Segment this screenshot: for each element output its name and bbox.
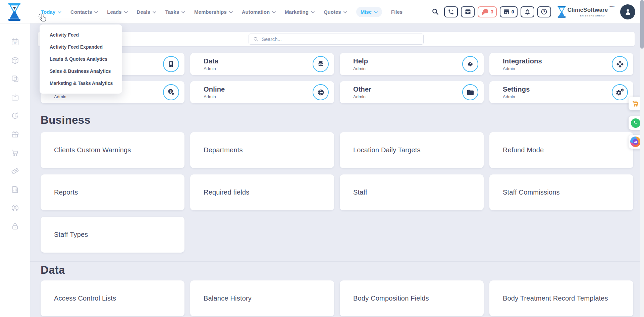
nav-label: Quotes bbox=[324, 9, 341, 15]
nav-item-tasks[interactable]: Tasks bbox=[165, 9, 185, 15]
item-label: Access Control Lists bbox=[54, 295, 116, 302]
cart-icon[interactable] bbox=[11, 148, 19, 157]
top-navigation-bar: Today Contacts Leads Deals Tasks Members… bbox=[0, 0, 644, 23]
item-card-clients-custom-warnings[interactable]: Clients Custom Warnings bbox=[41, 132, 184, 168]
globe-icon bbox=[313, 84, 329, 100]
business-items-grid: Clients Custom Warnings Departments Loca… bbox=[41, 132, 633, 253]
history-icon[interactable] bbox=[11, 111, 19, 120]
notifications-button[interactable] bbox=[521, 6, 534, 17]
building-icon bbox=[163, 56, 179, 72]
lock-icon[interactable] bbox=[11, 222, 19, 231]
item-card-required-fields[interactable]: Required fields bbox=[190, 174, 334, 210]
scrollbar-thumb[interactable] bbox=[640, 0, 644, 49]
item-card-access-control-lists[interactable]: Access Control Lists bbox=[41, 280, 184, 316]
category-card-data[interactable]: Data Admin bbox=[190, 53, 334, 75]
chevron-down-icon bbox=[272, 11, 276, 13]
nav-item-deals[interactable]: Deals bbox=[137, 9, 156, 15]
clinic-hourglass-logo[interactable] bbox=[8, 2, 21, 21]
item-card-staff-types[interactable]: Staff Types bbox=[41, 217, 184, 253]
staff-circle-icon[interactable] bbox=[11, 204, 19, 212]
gears-icon bbox=[612, 84, 628, 100]
calendar-12-icon[interactable]: 12 bbox=[11, 38, 19, 46]
dropdown-item-activity-feed[interactable]: Activity Feed bbox=[40, 29, 122, 41]
brand-tagline: TEN STEPS AHEAD bbox=[568, 14, 605, 17]
coupon-icon[interactable] bbox=[11, 167, 19, 175]
nav-item-contacts[interactable]: Contacts bbox=[70, 9, 98, 15]
svg-text:12: 12 bbox=[13, 42, 17, 45]
phone-button[interactable] bbox=[444, 6, 458, 17]
category-card-help[interactable]: Help Admin bbox=[340, 53, 484, 75]
today-dropdown-menu: Activity Feed Activity Feed Expanded Lea… bbox=[40, 24, 122, 94]
item-card-staff[interactable]: Staff bbox=[340, 174, 484, 210]
item-label: Clients Custom Warnings bbox=[54, 146, 131, 154]
item-card-location-daily-targets[interactable]: Location Daily Targets bbox=[340, 132, 484, 168]
nav-item-quotes[interactable]: Quotes bbox=[324, 9, 347, 15]
dropdown-item-leads-quotes-analytics[interactable]: Leads & Quotes Analytics bbox=[40, 53, 122, 65]
item-label: Departments bbox=[204, 146, 243, 154]
main-nav: Today Contacts Leads Deals Tasks Members… bbox=[41, 7, 402, 17]
store-button[interactable]: 0 bbox=[500, 6, 518, 17]
nav-label: Tasks bbox=[165, 9, 179, 15]
category-card-other[interactable]: Other Admin bbox=[340, 81, 484, 103]
category-card-online[interactable]: Online Admin bbox=[190, 81, 334, 103]
chat-button[interactable]: 3 bbox=[478, 6, 497, 17]
chevron-down-icon bbox=[153, 11, 156, 13]
calendar-import-icon[interactable] bbox=[11, 93, 19, 102]
category-card-settings[interactable]: Settings Admin bbox=[489, 81, 633, 103]
item-card-body-composition-fields[interactable]: Body Composition Fields bbox=[340, 280, 484, 316]
dropdown-item-marketing-tasks-analytics[interactable]: Marketing & Tasks Analytics bbox=[40, 77, 122, 89]
inbox-button[interactable] bbox=[461, 6, 475, 17]
nav-label: Today bbox=[41, 9, 55, 15]
item-label: Staff bbox=[353, 189, 367, 196]
inbox-icon bbox=[465, 8, 471, 15]
search-icon[interactable] bbox=[432, 8, 439, 15]
cart-icon bbox=[632, 100, 640, 108]
chat-bubbles-icon bbox=[481, 8, 489, 15]
item-card-body-treatment-record-templates[interactable]: Body Treatment Record Templates bbox=[489, 280, 633, 316]
chevron-down-icon bbox=[374, 11, 378, 13]
handshake-icon bbox=[462, 56, 478, 72]
item-card-balance-history[interactable]: Balance History bbox=[190, 280, 334, 316]
chevron-down-icon bbox=[229, 11, 233, 13]
nav-item-leads[interactable]: Leads bbox=[107, 9, 127, 15]
nav-item-memberships[interactable]: Memberships bbox=[194, 9, 233, 15]
item-card-refund-mode[interactable]: Refund Mode bbox=[489, 132, 633, 168]
item-card-staff-commissions[interactable]: Staff Commissions bbox=[489, 174, 633, 210]
header-actions: 3 0 ? bbox=[432, 4, 635, 19]
user-avatar[interactable] bbox=[620, 4, 635, 19]
item-label: Reports bbox=[54, 189, 78, 196]
package-icon[interactable] bbox=[11, 56, 19, 65]
help-button[interactable]: ? bbox=[537, 6, 551, 17]
gift-icon[interactable] bbox=[11, 130, 19, 139]
database-icon bbox=[313, 56, 329, 72]
search-input[interactable]: Search... bbox=[249, 34, 424, 45]
nav-label: Misc bbox=[361, 9, 372, 15]
item-card-departments[interactable]: Departments bbox=[190, 132, 334, 168]
nav-item-misc[interactable]: Misc bbox=[356, 7, 382, 17]
scrollbar-track[interactable] bbox=[640, 0, 644, 317]
person-icon bbox=[624, 7, 632, 16]
category-card-integrations[interactable]: Integrations Admin bbox=[489, 53, 633, 75]
chevron-down-icon bbox=[181, 11, 185, 13]
report-icon[interactable] bbox=[11, 185, 19, 194]
nav-item-marketing[interactable]: Marketing bbox=[285, 9, 315, 15]
data-items-grid: Access Control Lists Balance History Bod… bbox=[41, 280, 633, 316]
clinicsoftware-logo[interactable]: ClinicSoftware.com TEN STEPS AHEAD bbox=[557, 6, 614, 18]
nav-item-today[interactable]: Today bbox=[41, 9, 61, 15]
section-divider bbox=[30, 261, 644, 262]
brand-name: ClinicSoftware bbox=[568, 7, 608, 13]
store-badge: 0 bbox=[512, 9, 514, 14]
nav-label: Deals bbox=[137, 9, 150, 15]
dropdown-item-activity-feed-expanded[interactable]: Activity Feed Expanded bbox=[40, 41, 122, 53]
brand-text: ClinicSoftware.com TEN STEPS AHEAD bbox=[568, 7, 614, 17]
hourglass-icon bbox=[557, 6, 566, 18]
copy-icon[interactable] bbox=[11, 74, 19, 83]
item-card-reports[interactable]: Reports bbox=[41, 174, 184, 210]
move-arrows-icon bbox=[612, 56, 628, 72]
item-label: Refund Mode bbox=[503, 146, 544, 154]
nav-item-files[interactable]: Files bbox=[391, 9, 402, 15]
nav-label: Files bbox=[391, 9, 402, 15]
dropdown-item-sales-business-analytics[interactable]: Sales & Business Analytics bbox=[40, 65, 122, 77]
nav-label: Contacts bbox=[70, 9, 92, 15]
nav-item-automation[interactable]: Automation bbox=[242, 9, 276, 15]
